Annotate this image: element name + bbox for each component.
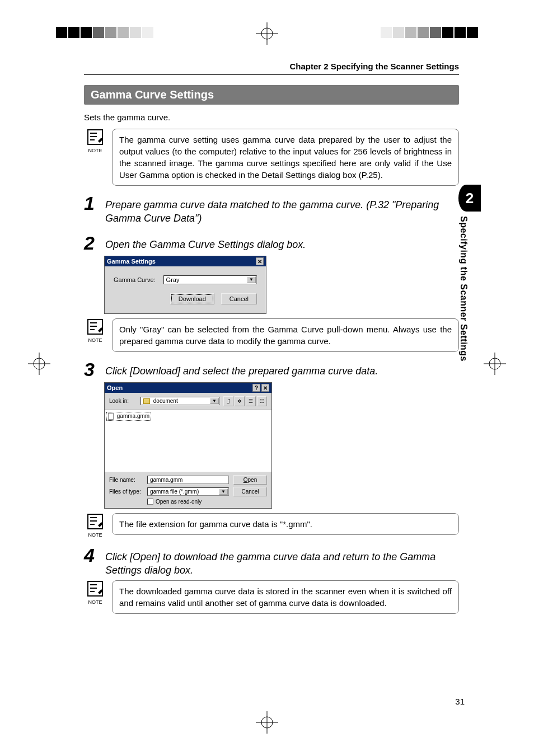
chapter-side-title: Specifying the Scanner Settings — [458, 216, 469, 373]
gamma-curve-select[interactable]: Gray ▼ — [163, 275, 257, 284]
help-icon[interactable]: ? — [252, 384, 260, 392]
file-name-label: File name: — [109, 477, 143, 483]
section-title: Gamma Curve Settings — [84, 85, 459, 105]
look-in-value: document — [153, 398, 178, 404]
gamma-curve-value: Gray — [166, 276, 180, 283]
open-file-dialog: Open ? ✕ Look in: document ▼ ⮥ ✲ ☰ ☷ — [104, 382, 272, 509]
readonly-label: Open as read-only — [156, 499, 202, 505]
look-in-select[interactable]: document ▼ — [140, 397, 220, 405]
step-number-2: 2 — [84, 233, 101, 252]
cancel-button[interactable]: Cancel — [221, 293, 257, 304]
registration-mark-top — [256, 22, 278, 45]
gamma-dialog-title: Gamma Settings — [107, 258, 156, 265]
crop-marks-left — [56, 27, 153, 38]
registration-mark-bottom — [256, 711, 278, 734]
open-dialog-title: Open — [107, 384, 123, 391]
download-button[interactable]: Download — [170, 293, 214, 304]
file-name-input[interactable] — [147, 476, 229, 484]
step-text-3: Click [Download] and select the prepared… — [105, 360, 459, 378]
note-icon: NOTE — [84, 580, 106, 605]
chevron-down-icon[interactable]: ▼ — [219, 489, 228, 495]
folder-icon — [143, 398, 150, 404]
detail-view-icon[interactable]: ☷ — [257, 396, 267, 406]
note-icon: NOTE — [84, 129, 106, 153]
step-number-1: 1 — [84, 194, 101, 213]
gamma-settings-dialog: Gamma Settings ✕ Gamma Curve: Gray ▼ Dow… — [104, 256, 266, 314]
close-icon[interactable]: ✕ — [261, 384, 269, 392]
step-text-4: Click [Open] to download the gamma curve… — [105, 546, 459, 577]
step-number-4: 4 — [84, 546, 101, 565]
file-item-name: gamma.gmm — [117, 413, 149, 419]
note-text-2: Only "Gray" can be selected from the Gam… — [112, 318, 459, 352]
up-folder-icon[interactable]: ⮥ — [223, 396, 233, 406]
note-label: NOTE — [84, 599, 106, 605]
file-type-value: gamma file (*.gmm) — [150, 489, 199, 495]
intro-text: Sets the gamma curve. — [84, 112, 459, 122]
gamma-curve-label: Gamma Curve: — [114, 276, 156, 283]
open-button[interactable]: OOpenpen — [233, 475, 267, 485]
step-text-2: Open the Gamma Curve Settings dialog box… — [105, 233, 459, 251]
file-list-item[interactable]: gamma.gmm — [107, 412, 151, 420]
chevron-down-icon[interactable]: ▼ — [210, 398, 219, 404]
file-type-label: Files of type: — [109, 489, 143, 495]
step-number-3: 3 — [84, 360, 101, 379]
file-type-select[interactable]: gamma file (*.gmm) ▼ — [147, 487, 229, 496]
chevron-down-icon[interactable]: ▼ — [247, 276, 256, 283]
note-label: NOTE — [84, 337, 106, 343]
registration-mark-right — [484, 353, 506, 375]
note-text-4: The downloaded gamma curve data is store… — [112, 580, 459, 614]
close-icon[interactable]: ✕ — [256, 257, 264, 265]
step-text-1: Prepare gamma curve data matched to the … — [105, 194, 459, 226]
registration-mark-left — [28, 353, 50, 375]
file-icon — [108, 413, 114, 420]
crop-marks-right — [381, 27, 478, 38]
list-view-icon[interactable]: ☰ — [246, 396, 256, 406]
readonly-checkbox[interactable] — [147, 499, 153, 505]
chapter-number-badge: 2 — [458, 185, 481, 212]
note-label: NOTE — [84, 148, 106, 153]
file-cancel-button[interactable]: Cancel — [233, 487, 267, 496]
new-folder-icon[interactable]: ✲ — [235, 396, 245, 406]
note-icon: NOTE — [84, 513, 106, 538]
look-in-label: Look in: — [109, 398, 137, 404]
chapter-side-tab: 2 Specifying the Scanner Settings — [458, 185, 481, 373]
note-label: NOTE — [84, 532, 106, 538]
page-number: 31 — [455, 697, 465, 706]
file-list-area[interactable]: gamma.gmm — [105, 410, 271, 472]
chapter-header: Chapter 2 Specifying the Scanner Setting… — [84, 62, 459, 75]
note-text-3: The file extension for gamma curve data … — [112, 513, 459, 535]
note-icon: NOTE — [84, 318, 106, 343]
note-text-1: The gamma curve setting uses gamma curve… — [112, 129, 459, 186]
